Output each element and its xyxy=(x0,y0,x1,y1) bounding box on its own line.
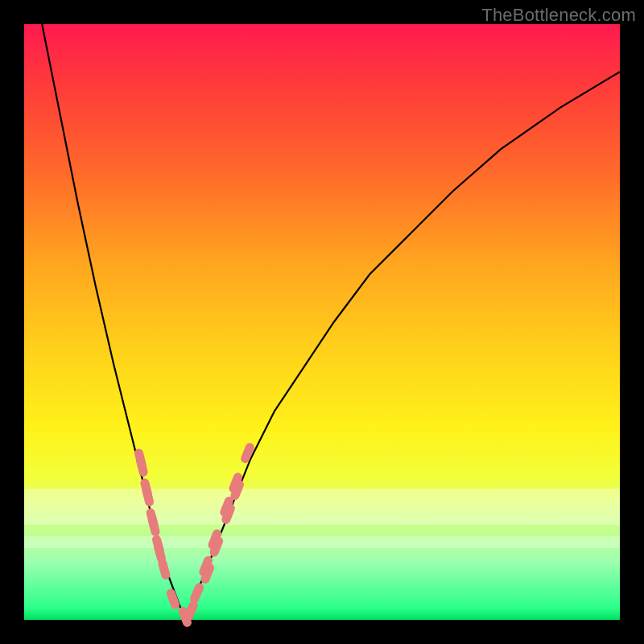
curve-marker xyxy=(165,588,180,610)
curve-layer xyxy=(24,24,620,620)
marker-group xyxy=(134,442,256,629)
watermark-text: TheBottleneck.com xyxy=(481,5,636,26)
curve-marker xyxy=(188,582,204,605)
curve-marker xyxy=(157,558,171,580)
curve-marker xyxy=(147,514,160,537)
curve-marker xyxy=(141,485,155,507)
curve-marker xyxy=(135,455,149,477)
bottleneck-curve xyxy=(24,0,620,620)
chart-frame: TheBottleneck.com xyxy=(0,0,644,644)
plot-area xyxy=(24,24,620,620)
